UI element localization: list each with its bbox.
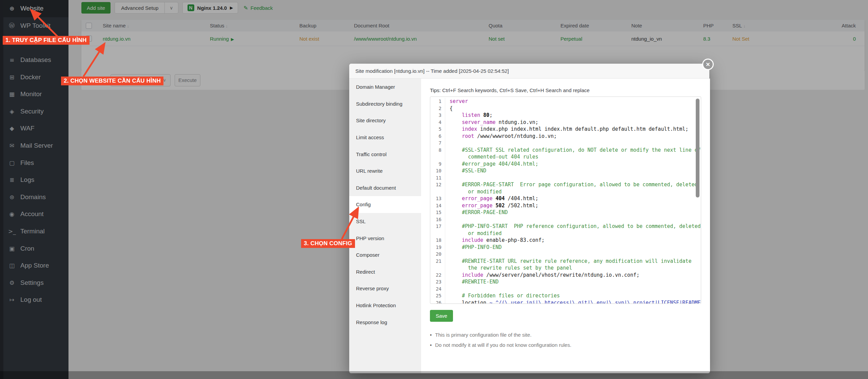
line-number: 10 xyxy=(430,167,445,174)
config-notes: •This is primary configuration file of t… xyxy=(430,330,701,350)
code-line: 5 index index.php index.html index.htm d… xyxy=(430,126,701,133)
screen: { "sidebar": { "items": [ {"label":"Webs… xyxy=(0,0,868,379)
code-line: 22 include /www/server/panel/vhost/rewri… xyxy=(430,272,701,279)
editor-scrollbar[interactable] xyxy=(696,99,699,197)
line-number: 20 xyxy=(430,251,445,258)
code-text xyxy=(445,286,453,293)
code-line: 25 # Forbidden files or directories xyxy=(430,292,701,299)
code-line: 11 xyxy=(430,174,701,182)
code-line: 8 #SSL-START SSL related configuration, … xyxy=(430,147,701,154)
code-line: 26 location ~ ^/(\.user.ini|\.htaccess|\… xyxy=(430,299,701,304)
modal-menu-item-hotlink-protection[interactable]: Hotlink Protection xyxy=(349,297,421,314)
code-line: 23 #REWRITE-END xyxy=(430,278,701,286)
code-text: error_page 502 /502.html; xyxy=(445,202,538,209)
line-number: 23 xyxy=(430,278,445,286)
modal-menu-item-reverse-proxy[interactable]: Reverse proxy xyxy=(349,280,421,297)
tips-label: Tips: xyxy=(430,87,441,93)
line-number: 9 xyxy=(430,161,445,168)
code-text: # Forbidden files or directories xyxy=(445,292,560,299)
code-line: 10 #SSL-END xyxy=(430,167,701,174)
line-number: 2 xyxy=(430,105,445,112)
line-number: 26 xyxy=(430,299,445,304)
code-line: 6 root /www/wwwroot/ntdung.io.vn; xyxy=(430,133,701,140)
editor-tips: Tips: Ctrl+F Search keywords, Ctrl+S Sav… xyxy=(430,87,701,93)
code-line: the rewrite rules set by the panel xyxy=(430,265,701,272)
annotation-step-3: 3. CHỌN CONFIG xyxy=(301,239,355,248)
modal-body: Domain ManagerSubdirectory bindingSite d… xyxy=(349,79,709,373)
site-modification-modal: ✕ Site modification [ntdung.io.vn] -- Ti… xyxy=(349,64,709,373)
modal-menu-item-site-directory[interactable]: Site directory xyxy=(349,112,421,129)
code-line: 13 error_page 404 /404.html; xyxy=(430,195,701,202)
line-number: 11 xyxy=(430,174,445,182)
code-text xyxy=(445,216,453,223)
modal-menu-item-composer[interactable]: Composer xyxy=(349,247,421,264)
code-line: 15 #ERROR-PAGE-END xyxy=(430,209,701,216)
code-text: #ERROR-PAGE-END xyxy=(445,209,508,216)
note-item: •Do not modify it at will if you do not … xyxy=(430,340,701,350)
code-line: 19 #PHP-INFO-END xyxy=(430,244,701,251)
bullet-icon: • xyxy=(430,330,432,340)
line-number: 15 xyxy=(430,209,445,216)
code-line: 2{ xyxy=(430,105,701,112)
line-number xyxy=(430,265,445,272)
code-text: include enable-php-83.conf; xyxy=(445,237,545,244)
line-number xyxy=(430,230,445,237)
modal-menu-item-limit-access[interactable]: Limit access xyxy=(349,129,421,146)
modal-menu-item-config[interactable]: Config xyxy=(349,196,421,213)
config-code-editor[interactable]: 1server2{3 listen 80;4 server_name ntdun… xyxy=(430,97,701,304)
line-number: 5 xyxy=(430,126,445,133)
save-button[interactable]: Save xyxy=(430,310,453,322)
annotation-step-1: 1. TRUY CẬP FILE CẤU HÌNH xyxy=(3,36,90,45)
code-text: or modified xyxy=(445,230,502,237)
line-number: 19 xyxy=(430,244,445,251)
line-number: 1 xyxy=(430,98,445,105)
bullet-icon: • xyxy=(430,340,432,350)
code-text xyxy=(445,140,453,147)
modal-menu-item-traffic-control[interactable]: Traffic control xyxy=(349,146,421,163)
line-number xyxy=(430,153,445,161)
close-icon[interactable]: ✕ xyxy=(702,59,714,70)
modal-menu-item-subdirectory-binding[interactable]: Subdirectory binding xyxy=(349,96,421,112)
modal-menu-item-php-version[interactable]: PHP version xyxy=(349,230,421,247)
code-text xyxy=(445,251,453,258)
line-number: 6 xyxy=(430,133,445,140)
code-text: include /www/server/panel/vhost/rewrite/… xyxy=(445,272,639,279)
code-text: server xyxy=(445,98,468,105)
modal-menu: Domain ManagerSubdirectory bindingSite d… xyxy=(349,79,421,373)
line-number xyxy=(430,188,445,195)
code-line: 24 xyxy=(430,286,701,293)
config-pane: Tips: Ctrl+F Search keywords, Ctrl+S Sav… xyxy=(421,79,710,373)
modal-menu-item-redirect[interactable]: Redirect xyxy=(349,264,421,280)
code-lines: 1server2{3 listen 80;4 server_name ntdun… xyxy=(430,98,701,304)
code-line: 9 #error_page 404/404.html; xyxy=(430,161,701,168)
line-number: 22 xyxy=(430,272,445,279)
tips-text: Ctrl+F Search keywords, Ctrl+S Save, Ctr… xyxy=(442,87,590,93)
code-text: #SSL-END xyxy=(445,167,486,174)
code-text: #PHP-INFO-END xyxy=(445,244,502,251)
code-line: 20 xyxy=(430,251,701,258)
line-number: 25 xyxy=(430,292,445,299)
modal-menu-item-response-log[interactable]: Response log xyxy=(349,314,421,331)
code-text: error_page 404 /404.html; xyxy=(445,195,538,202)
annotation-step-2: 2. CHỌN WEBSITE CẦN CẤU HÌNH xyxy=(61,77,163,85)
code-line: 7 xyxy=(430,140,701,147)
bottom-band xyxy=(0,371,868,379)
code-line: 4 server_name ntdung.io.vn; xyxy=(430,119,701,126)
line-number: 4 xyxy=(430,119,445,126)
code-line: 1server xyxy=(430,98,701,105)
line-number: 16 xyxy=(430,216,445,223)
line-number: 14 xyxy=(430,202,445,209)
code-line: or modified xyxy=(430,230,701,237)
line-number: 17 xyxy=(430,223,445,230)
modal-menu-item-url-rewrite[interactable]: URL rewrite xyxy=(349,163,421,180)
code-text: the rewrite rules set by the panel xyxy=(445,265,572,272)
line-number: 18 xyxy=(430,237,445,244)
code-line: 18 include enable-php-83.conf; xyxy=(430,237,701,244)
code-text: #REWRITE-START URL rewrite rule referenc… xyxy=(445,258,691,265)
modal-menu-item-default-document[interactable]: Default document xyxy=(349,180,421,196)
line-number: 3 xyxy=(430,112,445,119)
modal-menu-item-ssl[interactable]: SSL xyxy=(349,213,421,230)
code-text: index index.php index.html index.htm def… xyxy=(445,126,688,133)
modal-menu-item-domain-manager[interactable]: Domain Manager xyxy=(349,79,421,96)
code-line: 16 xyxy=(430,216,701,223)
